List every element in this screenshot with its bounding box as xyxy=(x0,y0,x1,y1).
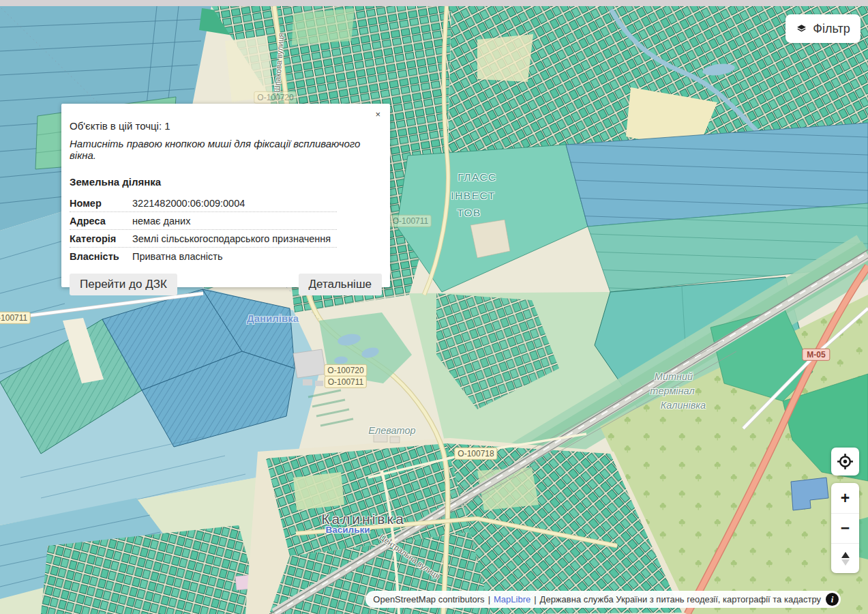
geolocate-icon xyxy=(837,453,854,470)
info-popup: × Об'єктів в цій точці: 1 Натисніть прав… xyxy=(61,104,390,287)
filter-button-label: Фільтр xyxy=(813,22,850,36)
filter-button[interactable]: Фільтр xyxy=(785,14,860,43)
popup-section-title: Земельна ділянка xyxy=(70,176,382,188)
field-label: Власність xyxy=(70,251,132,262)
attribution-state-service: Державна служба України з питань геодезі… xyxy=(540,594,821,604)
field-value: 3221482000:06:009:0004 xyxy=(132,198,337,209)
zoom-in-button[interactable]: + xyxy=(831,483,859,513)
field-row-ownership: Власність Приватна власність xyxy=(70,248,337,265)
zoom-out-button[interactable]: − xyxy=(831,513,859,543)
compass-icon xyxy=(840,551,851,566)
attribution-osm: OpenStreetMap contributors xyxy=(373,594,484,604)
popup-close-button[interactable]: × xyxy=(372,108,383,120)
attribution-separator: | xyxy=(488,594,490,604)
field-value: Землі сільськогосподарського призначення xyxy=(132,233,337,244)
popup-button-row: Перейти до ДЗК Детальніше xyxy=(70,274,382,295)
attribution-info-toggle[interactable]: i xyxy=(826,593,839,606)
popup-hint-line: Натисніть правою кнопкою миші для фіксац… xyxy=(70,138,382,161)
field-value: Приватна власність xyxy=(132,251,337,262)
attribution-bar: OpenStreetMap contributors | MapLibre | … xyxy=(365,591,841,608)
details-button[interactable]: Детальніше xyxy=(299,274,383,295)
go-to-dzk-button[interactable]: Перейти до ДЗК xyxy=(70,274,177,295)
layers-icon xyxy=(796,23,807,35)
field-row-number: Номер 3221482000:06:009:0004 xyxy=(70,194,337,212)
field-row-category: Категорія Землі сільськогосподарського п… xyxy=(70,230,337,248)
field-label: Категорія xyxy=(70,233,132,244)
popup-field-rows: Номер 3221482000:06:009:0004 Адреса нема… xyxy=(70,194,337,265)
zoom-control-group: + − xyxy=(831,483,859,573)
map-viewport[interactable]: КалинівкаВасилькиДанилівкаГЛАССІНВЕСТТОВ… xyxy=(0,0,868,614)
maplibre-link[interactable]: MapLibre xyxy=(494,594,530,604)
field-value: немає даних xyxy=(132,216,337,226)
compass-button[interactable] xyxy=(831,543,859,573)
geolocate-button[interactable] xyxy=(831,448,859,476)
attribution-separator: | xyxy=(534,594,536,604)
field-row-address: Адреса немає даних xyxy=(70,212,337,230)
popup-count-line: Об'єктів в цій точці: 1 xyxy=(70,120,382,132)
field-label: Адреса xyxy=(70,216,132,226)
map-image xyxy=(0,0,868,614)
field-label: Номер xyxy=(70,198,132,209)
